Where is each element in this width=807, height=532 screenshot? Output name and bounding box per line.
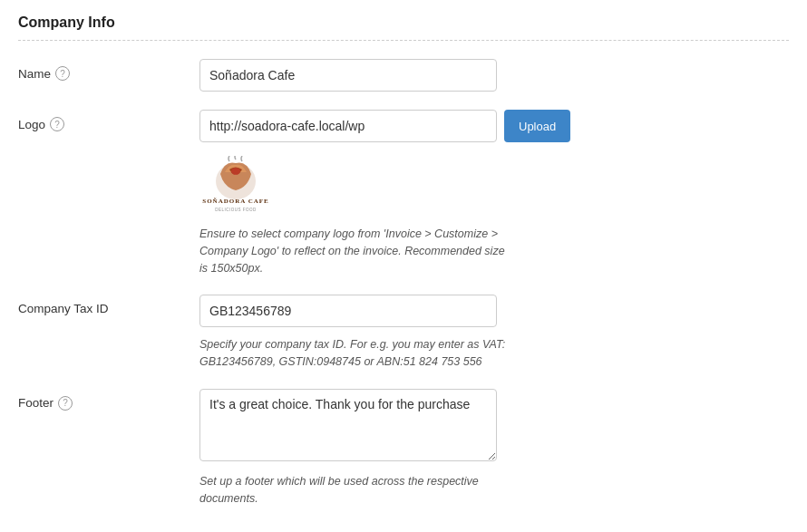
name-label: Name ? <box>18 59 199 81</box>
svg-point-1 <box>231 168 240 175</box>
footer-label: Footer ? <box>18 389 199 411</box>
logo-preview: SOÑADORA CAFE DELICIOUS FOOD <box>199 153 789 217</box>
footer-row: Footer ? Set up a footer which will be u… <box>18 389 789 508</box>
name-row: Name ? <box>18 59 789 92</box>
logo-help-text: Ensure to select company logo from 'Invo… <box>199 226 508 276</box>
footer-help-icon[interactable]: ? <box>58 396 73 411</box>
page-container: Company Info Name ? Logo ? Upload <box>0 0 807 532</box>
footer-help-text: Set up a footer which will be used acros… <box>199 473 508 508</box>
tax-id-row: Company Tax ID Specify your company tax … <box>18 295 789 371</box>
svg-text:DELICIOUS FOOD: DELICIOUS FOOD <box>215 208 257 212</box>
tax-id-label-text: Company Tax ID <box>18 302 109 315</box>
logo-label-text: Logo <box>18 118 45 131</box>
logo-url-input[interactable] <box>199 110 497 142</box>
footer-field: Set up a footer which will be used acros… <box>199 389 789 508</box>
svg-text:SOÑADORA CAFE: SOÑADORA CAFE <box>202 198 268 205</box>
tax-id-help-text: Specify your company tax ID. For e.g. yo… <box>199 336 508 371</box>
upload-button[interactable]: Upload <box>504 110 570 142</box>
logo-image: SOÑADORA CAFE DELICIOUS FOOD <box>199 153 272 217</box>
logo-label: Logo ? <box>18 110 199 131</box>
section-title: Company Info <box>18 15 789 41</box>
name-field <box>199 59 789 92</box>
name-help-icon[interactable]: ? <box>55 66 70 81</box>
footer-label-text: Footer <box>18 396 53 410</box>
tax-id-field: Specify your company tax ID. For e.g. yo… <box>199 295 789 371</box>
logo-help-icon[interactable]: ? <box>50 117 64 131</box>
tax-id-label: Company Tax ID <box>18 295 199 315</box>
logo-field: Upload <box>199 110 789 276</box>
logo-row: Logo ? Upload <box>18 110 789 276</box>
logo-svg: SOÑADORA CAFE DELICIOUS FOOD <box>202 156 270 215</box>
name-label-text: Name <box>18 67 51 81</box>
name-input[interactable] <box>199 59 497 92</box>
tax-id-input[interactable] <box>199 295 497 327</box>
logo-input-row: Upload <box>199 110 789 142</box>
footer-textarea[interactable] <box>199 389 497 461</box>
